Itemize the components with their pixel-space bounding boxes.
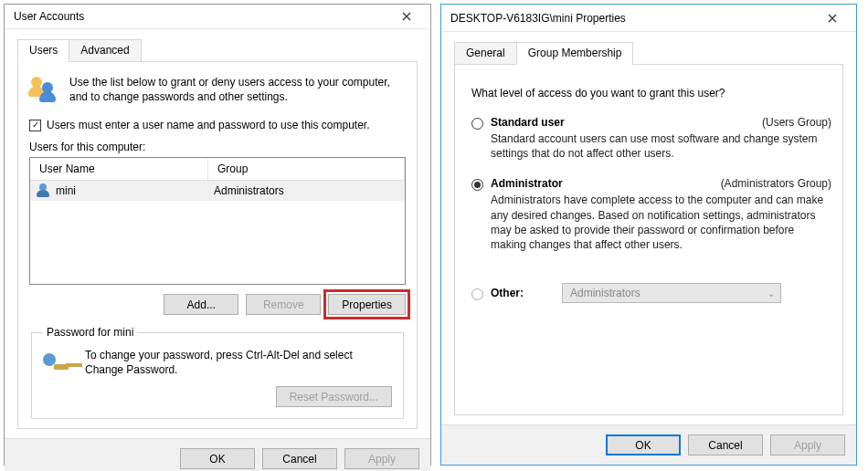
tabstrip: Users Advanced: [17, 38, 418, 62]
require-login-checkbox[interactable]: Users must enter a user name and passwor…: [29, 119, 406, 131]
tab-advanced[interactable]: Advanced: [69, 39, 141, 62]
admin-label: Administrator: [491, 177, 563, 190]
user-buttons: Add... Remove Properties: [29, 294, 406, 315]
dialog-footer: OK Cancel Apply: [441, 424, 856, 465]
close-icon[interactable]: [388, 5, 425, 28]
standard-label: Standard user: [491, 116, 565, 129]
other-label: Other:: [491, 287, 555, 299]
chevron-down-icon: ⌄: [767, 288, 775, 298]
radio-icon[interactable]: [471, 288, 483, 300]
tabstrip: General Group Membership: [454, 41, 843, 65]
apply-button: Apply: [344, 448, 419, 469]
tab-group-membership[interactable]: Group Membership: [516, 42, 634, 65]
properties-dialog: DESKTOP-V6183IG\mini Properties General …: [440, 4, 857, 466]
users-list[interactable]: User Name Group mini Administrators: [29, 157, 406, 285]
close-icon[interactable]: [814, 6, 851, 30]
list-item[interactable]: mini Administrators: [30, 181, 405, 201]
dialog-footer: OK Cancel Apply: [5, 438, 430, 471]
question-text: What level of access do you want to gran…: [471, 87, 826, 99]
password-text: To change your password, press Ctrl-Alt-…: [85, 348, 392, 377]
standard-group: (Users Group): [762, 116, 831, 129]
users-icon: [29, 75, 60, 106]
radio-icon[interactable]: [471, 118, 483, 130]
cell-group: Administrators: [214, 184, 399, 197]
radio-administrator[interactable]: Administrator (Administrators Group) Adm…: [471, 177, 831, 252]
dialog-title: DESKTOP-V6183IG\mini Properties: [450, 12, 626, 25]
tab-body-membership: What level of access do you want to gran…: [454, 65, 843, 415]
radio-icon[interactable]: [471, 179, 483, 191]
user-accounts-dialog: User Accounts Users Advanced Use the lis…: [4, 4, 431, 466]
reset-password-button: Reset Password...: [276, 386, 392, 407]
users-list-label: Users for this computer:: [29, 141, 406, 153]
tab-users[interactable]: Users: [17, 39, 69, 62]
admin-desc: Administrators have complete access to t…: [491, 193, 831, 252]
checkbox-icon[interactable]: [29, 120, 41, 131]
cancel-button[interactable]: Cancel: [262, 448, 337, 469]
dialog-title: User Accounts: [14, 10, 84, 23]
radio-other[interactable]: Other: Administrators ⌄: [471, 283, 831, 303]
require-login-label: Users must enter a user name and passwor…: [47, 119, 370, 131]
remove-button: Remove: [246, 294, 321, 315]
tab-body-users: Use the list below to grant or deny user…: [17, 62, 418, 429]
apply-button: Apply: [770, 434, 845, 455]
col-username[interactable]: User Name: [30, 158, 208, 180]
add-button[interactable]: Add...: [164, 294, 238, 315]
other-value: Administrators: [570, 287, 640, 299]
list-header[interactable]: User Name Group: [30, 158, 405, 181]
cancel-button[interactable]: Cancel: [688, 434, 763, 455]
password-legend: Password for mini: [43, 326, 137, 339]
admin-group: (Administrators Group): [721, 177, 831, 190]
ok-button[interactable]: OK: [180, 448, 255, 469]
tab-general[interactable]: General: [454, 42, 517, 65]
radio-standard[interactable]: Standard user (Users Group) Standard acc…: [471, 116, 831, 161]
titlebar: User Accounts: [5, 5, 430, 29]
user-icon: [36, 183, 50, 198]
standard-desc: Standard account users can use most soft…: [491, 131, 831, 161]
key-icon: [43, 348, 74, 379]
ok-button[interactable]: OK: [606, 434, 681, 455]
cell-username: mini: [56, 184, 214, 197]
titlebar: DESKTOP-V6183IG\mini Properties: [441, 5, 856, 32]
properties-button[interactable]: Properties: [328, 294, 406, 315]
intro-row: Use the list below to grant or deny user…: [29, 75, 406, 106]
password-group: Password for mini To change your passwor…: [31, 326, 404, 419]
intro-text: Use the list below to grant or deny user…: [69, 75, 406, 106]
other-combo: Administrators ⌄: [562, 283, 781, 303]
col-group[interactable]: Group: [208, 158, 405, 180]
